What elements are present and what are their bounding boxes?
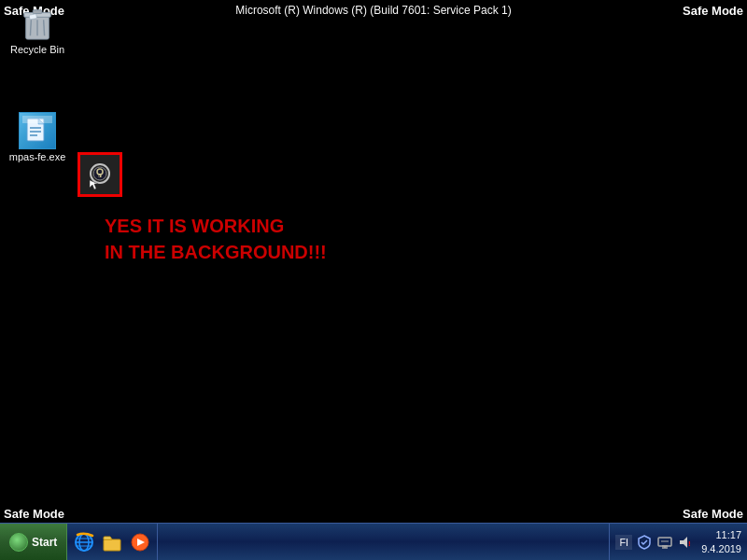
taskbar: Start [0, 523, 747, 560]
language-indicator[interactable]: FI [615, 535, 632, 550]
recycle-bin-label: Recycle Bin [10, 44, 64, 55]
mpas-file-svg [23, 117, 51, 145]
title-bar-text: Microsoft (R) Windows (R) (Build 7601: S… [0, 4, 747, 17]
working-text-line1: YES IT IS WORKING [105, 213, 327, 239]
svg-rect-2 [33, 10, 42, 14]
tray-icon-volume[interactable]: ! [677, 534, 694, 551]
svg-text:!: ! [688, 539, 691, 548]
svg-marker-31 [680, 537, 687, 548]
recycle-bin-icon[interactable]: Recycle Bin [5, 5, 70, 55]
svg-line-5 [44, 20, 45, 35]
start-button[interactable]: Start [0, 524, 67, 560]
safe-mode-bottom-right: Safe Mode [683, 507, 743, 521]
recycle-bin-svg [21, 6, 54, 41]
cursor-search-icon [85, 160, 115, 189]
ie-icon [74, 532, 94, 553]
working-text: YES IT IS WORKING IN THE BACKGROUND!!! [105, 213, 327, 265]
shield-tray-icon [637, 535, 652, 550]
tray-icon-network[interactable] [656, 534, 673, 551]
tray-icon-security[interactable] [636, 534, 653, 551]
ie-quicklaunch[interactable] [71, 529, 97, 555]
start-label: Start [32, 536, 57, 549]
explorer-quicklaunch[interactable] [99, 529, 125, 555]
svg-marker-8 [38, 119, 44, 124]
volume-tray-icon: ! [678, 535, 693, 550]
tool-icon-container[interactable] [78, 152, 122, 197]
svg-rect-16 [99, 175, 101, 177]
svg-line-3 [30, 20, 31, 35]
quick-launch-bar [67, 524, 158, 560]
working-text-line2: IN THE BACKGROUND!!! [105, 239, 327, 265]
mpas-exe-label: mpas-fe.exe [9, 151, 66, 162]
mpas-exe-icon-graphic [19, 112, 56, 149]
safe-mode-bottom-left: Safe Mode [4, 507, 64, 521]
svg-rect-6 [29, 14, 36, 20]
clock-time: 11:17 [715, 528, 741, 541]
system-tray: FI ! 11:17 [609, 524, 747, 560]
mpas-exe-icon[interactable]: mpas-fe.exe [5, 112, 70, 162]
network-tray-icon [657, 535, 672, 550]
svg-rect-7 [27, 119, 44, 141]
system-clock[interactable]: 11:17 9.4.2019 [698, 528, 741, 555]
mediaplayer-icon [130, 532, 150, 553]
folder-icon [102, 532, 122, 553]
start-orb [9, 533, 28, 552]
svg-rect-23 [104, 539, 120, 551]
clock-date: 9.4.2019 [701, 542, 741, 555]
mediaplayer-quicklaunch[interactable] [127, 529, 153, 555]
